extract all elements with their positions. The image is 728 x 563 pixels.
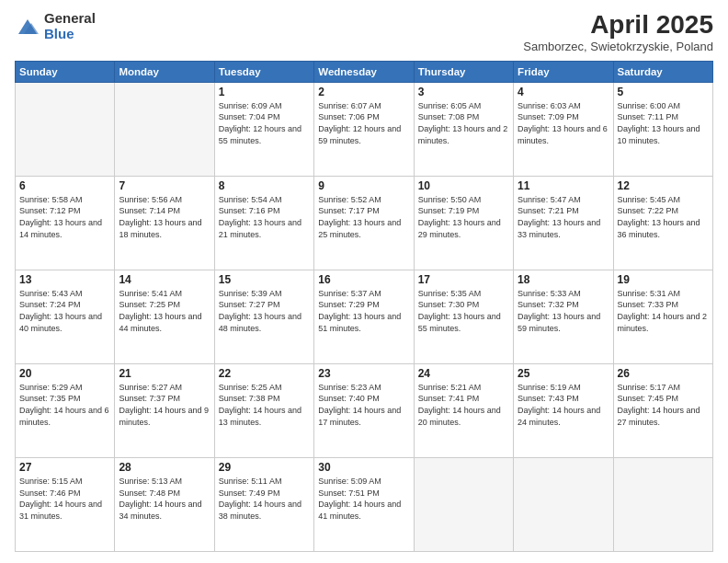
day-number: 2 (318, 86, 409, 98)
day-number: 22 (219, 367, 310, 380)
day-info: Sunrise: 6:03 AMSunset: 7:09 PMDaylight:… (518, 100, 609, 146)
day-cell: 23Sunrise: 5:23 AMSunset: 7:40 PMDayligh… (314, 363, 414, 457)
day-cell: 27Sunrise: 5:15 AMSunset: 7:46 PMDayligh… (16, 457, 115, 551)
week-row-0: 1Sunrise: 6:09 AMSunset: 7:04 PMDaylight… (16, 82, 713, 176)
day-cell: 19Sunrise: 5:31 AMSunset: 7:33 PMDayligh… (613, 270, 712, 363)
day-number: 12 (618, 179, 709, 192)
day-cell: 24Sunrise: 5:21 AMSunset: 7:41 PMDayligh… (414, 363, 513, 457)
day-cell: 12Sunrise: 5:45 AMSunset: 7:22 PMDayligh… (613, 176, 712, 270)
day-cell (16, 82, 115, 176)
day-info: Sunrise: 5:15 AMSunset: 7:46 PMDaylight:… (19, 476, 110, 522)
day-number: 8 (219, 179, 310, 192)
day-cell: 2Sunrise: 6:07 AMSunset: 7:06 PMDaylight… (314, 82, 414, 176)
day-number: 24 (418, 367, 509, 380)
calendar-table: SundayMondayTuesdayWednesdayThursdayFrid… (15, 61, 713, 552)
day-cell: 15Sunrise: 5:39 AMSunset: 7:27 PMDayligh… (214, 270, 313, 363)
day-cell: 1Sunrise: 6:09 AMSunset: 7:04 PMDaylight… (214, 82, 313, 176)
day-number: 19 (618, 273, 709, 286)
day-info: Sunrise: 5:41 AMSunset: 7:25 PMDaylight:… (119, 288, 210, 334)
day-cell: 14Sunrise: 5:41 AMSunset: 7:25 PMDayligh… (115, 270, 214, 363)
title-block: April 2025 Samborzec, Swietokrzyskie, Po… (523, 11, 713, 53)
week-row-4: 27Sunrise: 5:15 AMSunset: 7:46 PMDayligh… (16, 457, 713, 551)
day-cell: 29Sunrise: 5:11 AMSunset: 7:49 PMDayligh… (214, 457, 313, 551)
day-info: Sunrise: 5:52 AMSunset: 7:17 PMDaylight:… (318, 194, 409, 240)
main-title: April 2025 (523, 11, 713, 40)
day-info: Sunrise: 5:39 AMSunset: 7:27 PMDaylight:… (219, 288, 310, 334)
day-number: 13 (19, 273, 110, 286)
day-number: 11 (518, 179, 609, 192)
day-cell: 4Sunrise: 6:03 AMSunset: 7:09 PMDaylight… (514, 82, 613, 176)
day-number: 4 (518, 86, 609, 98)
day-cell: 30Sunrise: 5:09 AMSunset: 7:51 PMDayligh… (314, 457, 414, 551)
day-cell: 17Sunrise: 5:35 AMSunset: 7:30 PMDayligh… (414, 270, 513, 363)
page: General Blue April 2025 Samborzec, Swiet… (0, 0, 728, 563)
day-info: Sunrise: 5:29 AMSunset: 7:35 PMDaylight:… (19, 382, 110, 428)
day-cell: 8Sunrise: 5:54 AMSunset: 7:16 PMDaylight… (214, 176, 313, 270)
header-row: SundayMondayTuesdayWednesdayThursdayFrid… (16, 61, 713, 82)
day-cell: 22Sunrise: 5:25 AMSunset: 7:38 PMDayligh… (214, 363, 313, 457)
day-info: Sunrise: 6:00 AMSunset: 7:11 PMDaylight:… (618, 100, 709, 146)
day-header-friday: Friday (514, 61, 613, 82)
day-number: 7 (119, 179, 210, 192)
day-cell: 7Sunrise: 5:56 AMSunset: 7:14 PMDaylight… (115, 176, 214, 270)
logo: General Blue (15, 11, 96, 41)
week-row-1: 6Sunrise: 5:58 AMSunset: 7:12 PMDaylight… (16, 176, 713, 270)
day-number: 15 (219, 273, 310, 286)
day-info: Sunrise: 5:54 AMSunset: 7:16 PMDaylight:… (219, 194, 310, 240)
day-info: Sunrise: 5:43 AMSunset: 7:24 PMDaylight:… (19, 288, 110, 334)
day-header-tuesday: Tuesday (214, 61, 313, 82)
day-info: Sunrise: 5:19 AMSunset: 7:43 PMDaylight:… (518, 382, 609, 428)
logo-icon (15, 14, 40, 40)
day-info: Sunrise: 5:58 AMSunset: 7:12 PMDaylight:… (19, 194, 110, 240)
day-cell: 21Sunrise: 5:27 AMSunset: 7:37 PMDayligh… (115, 363, 214, 457)
day-info: Sunrise: 5:33 AMSunset: 7:32 PMDaylight:… (518, 288, 609, 334)
day-cell: 18Sunrise: 5:33 AMSunset: 7:32 PMDayligh… (514, 270, 613, 363)
day-cell (514, 457, 613, 551)
day-cell: 9Sunrise: 5:52 AMSunset: 7:17 PMDaylight… (314, 176, 414, 270)
day-number: 23 (318, 367, 409, 380)
day-number: 6 (19, 179, 110, 192)
day-cell (115, 82, 214, 176)
day-number: 17 (418, 273, 509, 286)
day-header-thursday: Thursday (414, 61, 513, 82)
day-info: Sunrise: 5:47 AMSunset: 7:21 PMDaylight:… (518, 194, 609, 240)
day-cell: 20Sunrise: 5:29 AMSunset: 7:35 PMDayligh… (16, 363, 115, 457)
week-row-2: 13Sunrise: 5:43 AMSunset: 7:24 PMDayligh… (16, 270, 713, 363)
day-cell: 25Sunrise: 5:19 AMSunset: 7:43 PMDayligh… (514, 363, 613, 457)
logo-blue: Blue (44, 27, 96, 42)
logo-text: General Blue (44, 11, 96, 41)
day-info: Sunrise: 5:56 AMSunset: 7:14 PMDaylight:… (119, 194, 210, 240)
day-info: Sunrise: 5:11 AMSunset: 7:49 PMDaylight:… (219, 476, 310, 522)
day-number: 14 (119, 273, 210, 286)
day-number: 30 (318, 461, 409, 474)
day-info: Sunrise: 6:05 AMSunset: 7:08 PMDaylight:… (418, 100, 509, 146)
day-info: Sunrise: 5:09 AMSunset: 7:51 PMDaylight:… (318, 476, 409, 522)
day-number: 16 (318, 273, 409, 286)
day-info: Sunrise: 6:09 AMSunset: 7:04 PMDaylight:… (219, 100, 310, 146)
day-number: 3 (418, 86, 509, 98)
subtitle: Samborzec, Swietokrzyskie, Poland (523, 40, 713, 53)
day-number: 28 (119, 461, 210, 474)
day-info: Sunrise: 5:27 AMSunset: 7:37 PMDaylight:… (119, 382, 210, 428)
day-cell: 10Sunrise: 5:50 AMSunset: 7:19 PMDayligh… (414, 176, 513, 270)
day-header-wednesday: Wednesday (314, 61, 414, 82)
day-cell (613, 457, 712, 551)
day-info: Sunrise: 5:25 AMSunset: 7:38 PMDaylight:… (219, 382, 310, 428)
day-info: Sunrise: 5:35 AMSunset: 7:30 PMDaylight:… (418, 288, 509, 334)
day-info: Sunrise: 6:07 AMSunset: 7:06 PMDaylight:… (318, 100, 409, 146)
day-info: Sunrise: 5:50 AMSunset: 7:19 PMDaylight:… (418, 194, 509, 240)
logo-general: General (44, 11, 96, 27)
day-header-monday: Monday (115, 61, 214, 82)
day-info: Sunrise: 5:21 AMSunset: 7:41 PMDaylight:… (418, 382, 509, 428)
day-number: 9 (318, 179, 409, 192)
day-number: 1 (219, 86, 310, 98)
day-info: Sunrise: 5:37 AMSunset: 7:29 PMDaylight:… (318, 288, 409, 334)
week-row-3: 20Sunrise: 5:29 AMSunset: 7:35 PMDayligh… (16, 363, 713, 457)
day-cell (414, 457, 513, 551)
day-number: 29 (219, 461, 310, 474)
day-number: 26 (618, 367, 709, 380)
day-cell: 28Sunrise: 5:13 AMSunset: 7:48 PMDayligh… (115, 457, 214, 551)
day-number: 5 (618, 86, 709, 98)
day-cell: 11Sunrise: 5:47 AMSunset: 7:21 PMDayligh… (514, 176, 613, 270)
day-info: Sunrise: 5:23 AMSunset: 7:40 PMDaylight:… (318, 382, 409, 428)
